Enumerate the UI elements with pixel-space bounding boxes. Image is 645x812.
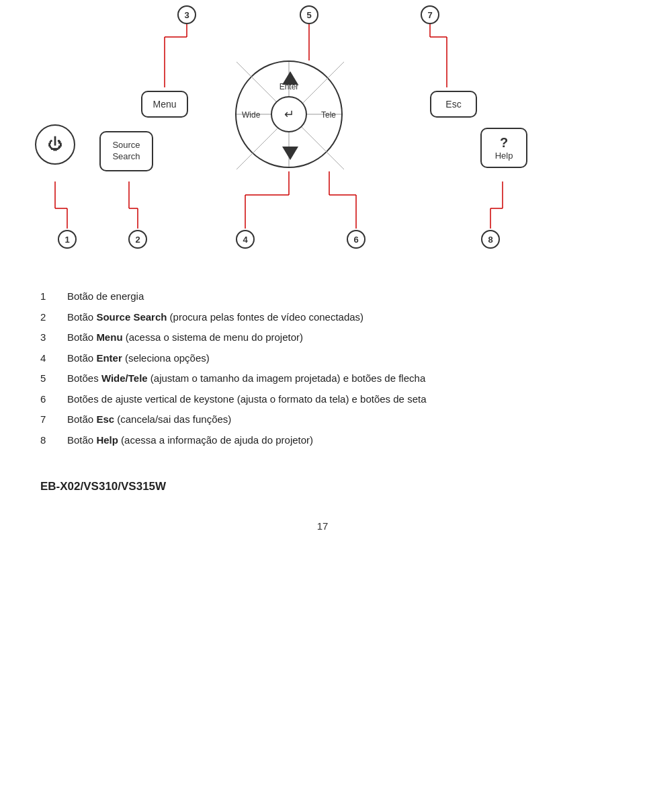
help-button[interactable]: ? Help [480,128,527,168]
desc-row-8: 8 Botão Help (acessa a informação de aju… [40,433,605,448]
power-icon: ⏻ [48,136,62,153]
desc-num-5: 5 [40,371,67,387]
menu-button[interactable]: Menu [141,91,188,118]
tele-label: Tele [321,110,336,120]
desc-row-7: 7 Botão Esc (cancela/sai das funções) [40,412,605,428]
svg-marker-25 [282,147,298,160]
enter-button[interactable]: ↵ [271,96,307,132]
desc-row-6: 6 Botões de ajuste vertical de keystone … [40,392,605,407]
power-button[interactable]: ⏻ [35,124,75,165]
desc-row-3: 3 Botão Menu (acessa o sistema de menu d… [40,330,605,346]
number-1-circle: 1 [58,230,77,249]
desc-text-3: Botão Menu (acessa o sistema de menu do … [67,330,605,346]
desc-row-4: 4 Botão Enter (seleciona opções) [40,351,605,366]
desc-num-7: 7 [40,412,67,428]
desc-text-7: Botão Esc (cancela/sai das funções) [67,412,605,428]
desc-row-5: 5 Botões Wide/Tele (ajustam o tamanho da… [40,371,605,387]
desc-text-1: Botão de energia [67,289,605,304]
desc-num-3: 3 [40,330,67,346]
desc-text-8: Botão Help (acessa a informação de ajuda… [67,433,605,448]
number-6-circle: 6 [347,230,366,249]
desc-num-8: 8 [40,433,67,448]
desc-num-1: 1 [40,289,67,304]
desc-text-5: Botões Wide/Tele (ajustam o tamanho da i… [67,371,605,387]
number-3-circle: 3 [177,5,196,24]
desc-text-4: Botão Enter (seleciona opções) [67,351,605,366]
wide-label: Wide [242,110,260,120]
desc-text-2: Botão Source Search (procura pelas fonte… [67,310,605,325]
source-search-button[interactable]: Source Search [99,131,153,171]
number-7-circle: 7 [421,5,439,24]
desc-num-2: 2 [40,310,67,325]
number-8-circle: 8 [481,230,500,249]
number-2-circle: 2 [128,230,147,249]
desc-text-6: Botões de ajuste vertical de keystone (a… [67,392,605,407]
number-5-circle: 5 [300,5,318,24]
enter-icon: ↵ [284,108,294,120]
desc-num-4: 4 [40,351,67,366]
esc-button[interactable]: Esc [430,91,477,118]
desc-row-1: 1 Botão de energia [40,289,605,304]
help-question-mark: ? [500,135,508,151]
desc-num-6: 6 [40,392,67,407]
model-label: EB-X02/VS310/VS315W [0,466,645,500]
page-number: 17 [0,500,645,545]
diagram-area: 3 5 7 ⏻ Source Search Menu Esc ? Help [0,0,645,269]
enter-label: Enter [280,82,299,91]
number-4-circle: 4 [236,230,255,249]
dpad-container[interactable]: Wide Tele Enter ↵ [235,60,343,168]
desc-row-2: 2 Botão Source Search (procura pelas fon… [40,310,605,325]
descriptions-section: 1 Botão de energia 2 Botão Source Search… [0,269,645,466]
